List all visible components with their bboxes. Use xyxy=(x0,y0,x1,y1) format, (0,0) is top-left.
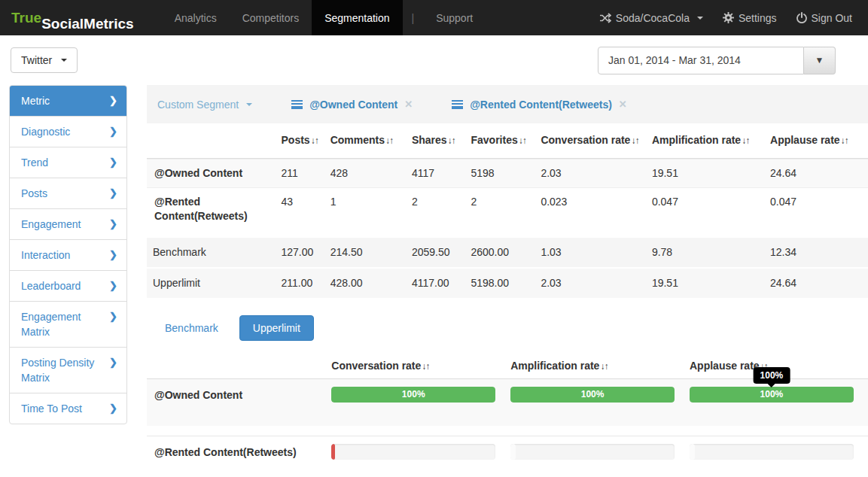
custom-segment-label: Custom Segment xyxy=(157,99,239,111)
sidebar-item-leaderboard[interactable]: Leaderboard❯ xyxy=(10,270,126,301)
sort-icon[interactable]: ↓↑ xyxy=(422,361,429,372)
sidebar-item-interaction[interactable]: Interaction❯ xyxy=(10,239,126,270)
column-header-shares[interactable]: Shares↓↑ xyxy=(406,123,465,158)
metrics-table: Posts↓↑ Comments↓↑ Shares↓↑ Favorites↓↑ … xyxy=(147,123,868,299)
progress-track xyxy=(510,444,675,460)
sort-icon[interactable]: ↓↑ xyxy=(631,135,638,146)
column-label: Comments xyxy=(330,134,385,146)
nav-item-analytics[interactable]: Analytics xyxy=(162,0,230,35)
navbar-right: Soda/CocaCola Settings Sign Out xyxy=(589,0,868,35)
benchmark-button[interactable]: Benchmark xyxy=(156,316,227,340)
nav-item-competitors[interactable]: Competitors xyxy=(230,0,312,35)
sort-icon[interactable]: ↓↑ xyxy=(742,135,749,146)
content-layout: Metric❯ Diagnostic❯ Trend❯ Posts❯ Engage… xyxy=(0,85,868,477)
sidebar-item-label: Engagement xyxy=(21,218,81,230)
column-header-posts[interactable]: Posts↓↑ xyxy=(276,123,324,158)
progress-track xyxy=(331,444,495,460)
sidebar-item-metric[interactable]: Metric❯ xyxy=(10,86,126,116)
chevron-right-icon: ❯ xyxy=(109,155,117,170)
sidebar-item-label: Trend xyxy=(21,156,48,169)
table-row-owned-content: @Owned Content 211 428 4117 5198 2.03 19… xyxy=(147,159,868,187)
sidebar-item-posts[interactable]: Posts❯ xyxy=(10,178,126,208)
column-header-favorites[interactable]: Favorites↓↑ xyxy=(464,123,535,158)
cell-applause-rate: 12.34 xyxy=(764,238,868,267)
cell-amplification-rate: 19.51 xyxy=(646,160,764,187)
custom-segment-dropdown[interactable]: Custom Segment xyxy=(157,99,252,111)
column-header-conversation-rate[interactable]: Conversation rate↓↑ xyxy=(330,353,510,378)
column-header-amplification-rate[interactable]: Amplification rate↓↑ xyxy=(646,123,764,158)
chevron-right-icon: ❯ xyxy=(109,278,117,293)
date-range-input[interactable] xyxy=(598,47,804,74)
bar-cell-amplification-rate xyxy=(510,436,689,466)
column-header-amplification-rate[interactable]: Amplification rate↓↑ xyxy=(510,353,689,378)
column-label: Applause rate xyxy=(690,360,760,372)
progress-track: 100% xyxy=(510,387,675,403)
sidebar-item-posting-density-matrix[interactable]: Posting Density Matrix❯ xyxy=(10,347,126,393)
column-header-applause-rate[interactable]: Applause rate↓↑ xyxy=(764,123,868,158)
close-icon[interactable]: ✕ xyxy=(619,99,627,110)
list-icon xyxy=(291,100,303,109)
cell-applause-rate: 24.64 xyxy=(764,269,868,298)
nav-item-segmentation[interactable]: Segmentation xyxy=(312,0,402,35)
nav-divider: | xyxy=(403,0,424,35)
cell-shares: 4117.00 xyxy=(406,269,465,298)
row-label: @Rented Content(Retweets) xyxy=(147,436,330,466)
main-nav: Analytics Competitors Segmentation | Sup… xyxy=(162,0,486,35)
progress-bar xyxy=(510,444,516,460)
nav-item-support[interactable]: Support xyxy=(423,0,486,35)
column-label: Shares xyxy=(412,134,447,146)
upperlimit-button[interactable]: Upperlimit xyxy=(239,315,314,341)
segment-tag-label: @Rented Content(Retweets) xyxy=(470,99,612,111)
cell-amplification-rate: 19.51 xyxy=(646,269,764,298)
date-range-dropdown-button[interactable]: ▼ xyxy=(804,47,836,74)
chevron-right-icon: ❯ xyxy=(109,248,117,263)
chevron-right-icon: ❯ xyxy=(109,124,117,139)
cell-posts: 211.00 xyxy=(276,269,324,298)
caret-down-icon xyxy=(246,103,252,106)
sidebar-item-engagement[interactable]: Engagement❯ xyxy=(10,208,126,239)
sidebar-item-diagnostic[interactable]: Diagnostic❯ xyxy=(10,116,126,147)
header-spacer xyxy=(147,353,330,368)
cell-applause-rate: 0.047 xyxy=(764,188,868,216)
sidebar-item-time-to-post[interactable]: Time To Post❯ xyxy=(10,393,126,424)
sidebar-item-engagement-matrix[interactable]: Engagement Matrix❯ xyxy=(10,301,126,347)
sort-icon[interactable]: ↓↑ xyxy=(600,361,608,372)
sidebar-item-trend[interactable]: Trend❯ xyxy=(10,147,126,178)
cell-conversation-rate: 2.03 xyxy=(535,269,646,298)
power-icon xyxy=(796,12,807,23)
cell-shares: 4117 xyxy=(406,160,465,187)
list-icon xyxy=(452,100,463,109)
column-label: Applause rate xyxy=(770,134,840,146)
bar-cell-applause-rate xyxy=(689,436,868,466)
cell-comments: 214.50 xyxy=(324,238,406,267)
network-selector-label: Twitter xyxy=(21,54,52,66)
shuffle-icon xyxy=(599,13,611,23)
account-switcher[interactable]: Soda/CocaCola xyxy=(589,0,713,35)
cell-comments: 428.00 xyxy=(324,269,406,298)
network-selector-button[interactable]: Twitter xyxy=(11,47,78,73)
chevron-right-icon: ❯ xyxy=(109,309,117,324)
settings-button[interactable]: Settings xyxy=(713,0,787,35)
reference-rows: Benchmark 127.00 214.50 2059.50 2600.00 … xyxy=(147,238,868,299)
sort-icon[interactable]: ↓↑ xyxy=(841,135,848,146)
account-label: Soda/CocaCola xyxy=(616,12,690,24)
sort-icon[interactable]: ↓↑ xyxy=(385,135,393,146)
caret-down-icon xyxy=(697,17,703,20)
row-label: @Owned Content xyxy=(147,379,330,409)
column-header-conversation-rate[interactable]: Conversation rate↓↑ xyxy=(535,123,646,158)
sidebar-item-label: Posts xyxy=(21,187,47,199)
column-label: Conversation rate xyxy=(541,134,630,146)
close-icon[interactable]: ✕ xyxy=(404,99,413,110)
app-window: TrueSocialMetrics Analytics Competitors … xyxy=(0,0,868,477)
sort-icon[interactable]: ↓↑ xyxy=(448,135,455,146)
sort-icon[interactable]: ↓↑ xyxy=(311,135,318,146)
column-label: Conversation rate xyxy=(331,360,421,372)
column-label: Favorites xyxy=(471,134,517,146)
column-header-comments[interactable]: Comments↓↑ xyxy=(324,123,406,158)
brand-logo[interactable]: TrueSocialMetrics xyxy=(0,0,145,35)
sign-out-button[interactable]: Sign Out xyxy=(787,0,862,35)
comparison-toggle: Benchmark Upperlimit xyxy=(156,315,868,341)
sort-icon[interactable]: ↓↑ xyxy=(519,135,526,146)
chevron-right-icon: ❯ xyxy=(109,217,117,232)
bar-cell-applause-rate: 100% 100% xyxy=(689,379,868,409)
